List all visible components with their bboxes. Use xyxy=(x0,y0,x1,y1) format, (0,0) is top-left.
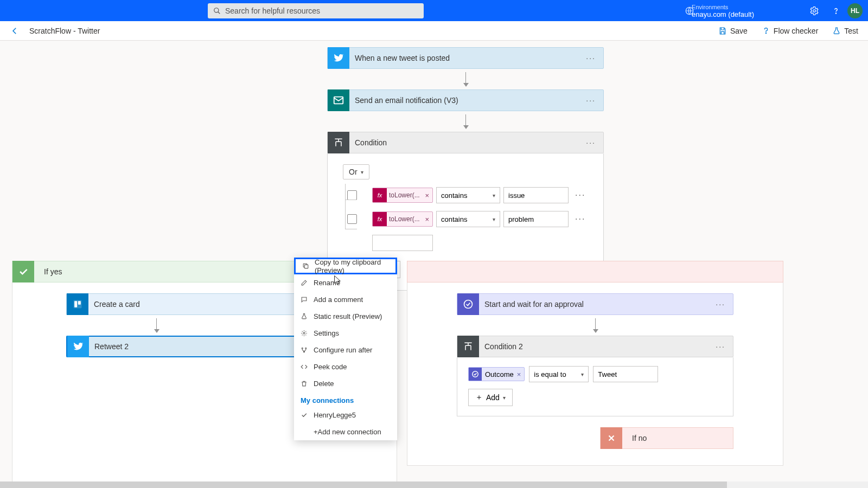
if-no-branch[interactable] xyxy=(407,261,783,282)
scrollbar-thumb[interactable] xyxy=(0,481,727,488)
step-context-menu: Copy to my clipboard (Preview) Rename Ad… xyxy=(294,258,397,440)
operator-dropdown[interactable]: contains ▾ xyxy=(436,211,500,227)
user-avatar[interactable]: HL xyxy=(847,3,863,18)
remove-token-button[interactable]: × xyxy=(517,370,525,378)
chevron-down-icon: ▾ xyxy=(493,216,495,222)
fx-icon: fx xyxy=(373,188,387,202)
horizontal-scrollbar[interactable] xyxy=(0,481,868,488)
value-input[interactable]: problem xyxy=(503,211,569,227)
menu-add-comment[interactable]: Add a comment xyxy=(294,291,397,308)
close-icon xyxy=(601,427,622,449)
add-condition-button[interactable]: ＋ Add ▾ xyxy=(468,389,513,406)
step-menu-button[interactable]: ··· xyxy=(586,54,603,62)
condition-row-empty xyxy=(343,235,588,251)
twitter-icon xyxy=(328,47,349,69)
outcome-token[interactable]: Outcome × xyxy=(468,367,525,381)
flask-icon xyxy=(301,313,308,320)
step-menu-button[interactable]: ··· xyxy=(586,96,603,105)
condition-row: fx toLower(... × contains ▾ problem ··· xyxy=(343,211,588,227)
step-trigger-twitter[interactable]: When a new tweet is posted ··· xyxy=(327,47,604,69)
step-title: Condition xyxy=(349,138,586,147)
chevron-down-icon: ▾ xyxy=(493,192,495,198)
connector-arrow xyxy=(465,114,466,129)
condition-icon xyxy=(328,132,349,153)
svg-rect-12 xyxy=(304,265,308,268)
empty-expression-input[interactable] xyxy=(372,235,433,251)
approval-icon xyxy=(457,293,479,315)
menu-copy-to-clipboard[interactable]: Copy to my clipboard (Preview) xyxy=(294,258,397,274)
svg-line-1 xyxy=(218,11,220,14)
operator-dropdown[interactable]: is equal to ▾ xyxy=(529,366,589,382)
fx-icon: fx xyxy=(373,212,387,226)
search-input[interactable]: Search for helpful resources xyxy=(208,3,424,18)
search-placeholder: Search for helpful resources xyxy=(225,7,320,15)
branch-icon xyxy=(301,346,308,354)
comment-icon xyxy=(301,296,308,303)
menu-section-connections: My connections xyxy=(294,392,397,407)
condition2-body: Outcome × is equal to ▾ Tweet ＋ Add ▾ xyxy=(457,357,733,416)
svg-point-4 xyxy=(835,12,836,13)
menu-delete[interactable]: Delete xyxy=(294,375,397,392)
svg-point-13 xyxy=(303,332,305,334)
chevron-down-icon: ▾ xyxy=(361,169,363,175)
step-menu-button[interactable]: ··· xyxy=(586,138,603,147)
twitter-icon xyxy=(67,336,89,357)
step-title: Send an email notification (V3) xyxy=(349,96,586,105)
connector-arrow xyxy=(595,318,596,332)
remove-token-button[interactable]: × xyxy=(425,215,432,223)
test-button[interactable]: Test xyxy=(832,27,858,35)
code-icon xyxy=(301,363,308,370)
approval-icon xyxy=(469,368,482,381)
flow-canvas[interactable]: When a new tweet is posted ··· Send an e… xyxy=(0,41,868,488)
step-menu-button[interactable]: ··· xyxy=(716,300,733,309)
help-icon[interactable] xyxy=(831,6,841,16)
environment-value: enayu.com (default) xyxy=(692,11,754,18)
menu-settings[interactable]: Settings xyxy=(294,325,397,342)
value-input[interactable]: Tweet xyxy=(593,366,658,382)
svg-point-10 xyxy=(464,300,473,309)
gear-icon xyxy=(301,330,308,337)
remove-token-button[interactable]: × xyxy=(425,191,432,200)
step-condition-2[interactable]: Condition 2 ··· xyxy=(457,336,733,357)
condition-join-dropdown[interactable]: Or ▾ xyxy=(343,164,369,179)
trello-icon xyxy=(67,293,88,315)
menu-rename[interactable]: Rename xyxy=(294,274,397,291)
gear-icon[interactable] xyxy=(809,6,819,16)
step-condition[interactable]: Condition ··· xyxy=(327,132,604,153)
operator-dropdown[interactable]: contains ▾ xyxy=(436,187,500,203)
svg-point-15 xyxy=(305,348,307,349)
edit-icon xyxy=(301,279,308,286)
step-start-approval[interactable]: Start and wait for an approval ··· xyxy=(457,293,733,315)
check-icon xyxy=(12,261,34,282)
step-title: Condition 2 xyxy=(479,342,716,351)
value-input[interactable]: issue xyxy=(503,187,569,203)
expression-token[interactable]: fx toLower(... × xyxy=(372,211,433,227)
environment-label: Environments xyxy=(692,4,754,11)
condition-icon xyxy=(457,336,479,357)
flow-checker-button[interactable]: Flow checker xyxy=(762,27,818,35)
step-title: Start and wait for an approval xyxy=(479,300,716,309)
svg-point-3 xyxy=(813,9,816,12)
chevron-down-icon: ▾ xyxy=(503,395,506,401)
environment-picker[interactable]: Environments enayu.com (default) xyxy=(692,4,754,18)
row-menu-button[interactable]: ··· xyxy=(575,190,585,200)
step-send-email[interactable]: Send an email notification (V3) ··· xyxy=(327,89,604,111)
svg-rect-8 xyxy=(74,301,77,307)
menu-static-result[interactable]: Static result (Preview) xyxy=(294,308,397,325)
header-actions xyxy=(809,6,841,16)
step-menu-button[interactable]: ··· xyxy=(716,342,733,351)
menu-connection-item[interactable]: HenryLegge5 xyxy=(294,407,397,423)
menu-peek-code[interactable]: Peek code xyxy=(294,358,397,375)
expression-token[interactable]: fx toLower(... × xyxy=(372,188,433,203)
condition-row: fx toLower(... × contains ▾ issue ··· xyxy=(343,187,588,203)
back-button[interactable] xyxy=(10,26,20,36)
chevron-down-icon: ▾ xyxy=(581,371,584,377)
menu-add-connection[interactable]: +Add new connection xyxy=(294,423,397,440)
trash-icon xyxy=(301,380,308,387)
row-menu-button[interactable]: ··· xyxy=(575,214,585,224)
menu-configure-run-after[interactable]: Configure run after xyxy=(294,342,397,358)
step-title: When a new tweet is posted xyxy=(349,54,586,62)
nested-if-no-branch[interactable]: If no xyxy=(600,427,733,449)
save-button[interactable]: Save xyxy=(718,27,748,35)
svg-point-5 xyxy=(765,33,766,33)
